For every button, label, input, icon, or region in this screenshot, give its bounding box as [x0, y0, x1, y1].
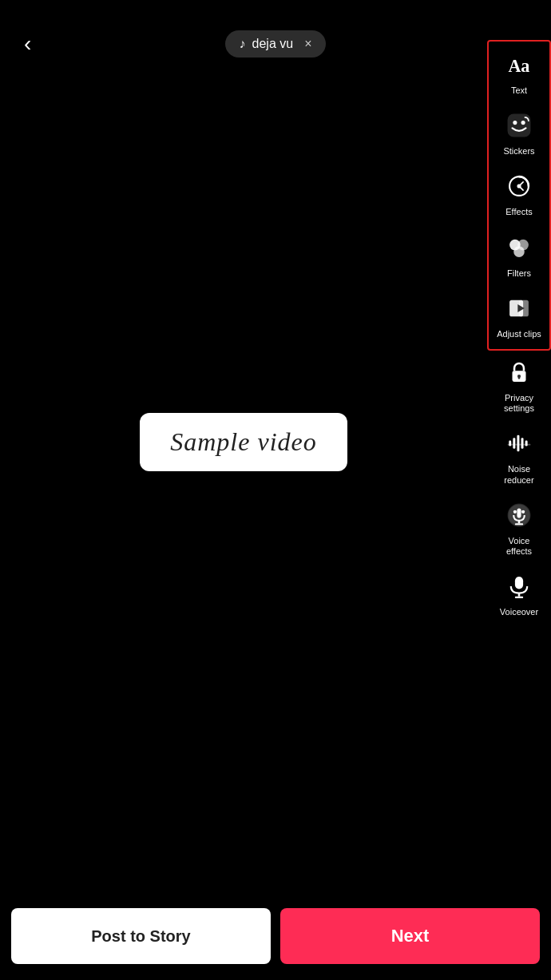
- music-pill[interactable]: ♪ deja vu ×: [225, 30, 327, 58]
- svg-rect-24: [518, 520, 521, 522]
- svg-rect-25: [515, 523, 523, 525]
- svg-rect-23: [517, 508, 521, 518]
- lock-icon: [505, 359, 533, 390]
- sidebar-item-effects-label: Effects: [505, 207, 532, 217]
- sidebar-item-privacy[interactable]: Privacy settings: [487, 351, 551, 422]
- sidebar-item-filters[interactable]: Filters: [487, 226, 551, 287]
- sidebar-item-adjust-clips-label: Adjust clips: [497, 329, 541, 339]
- music-close-icon[interactable]: ×: [304, 37, 311, 51]
- svg-point-27: [521, 510, 525, 513]
- sidebar-item-adjust-clips[interactable]: Adjust clips: [487, 287, 551, 347]
- sidebar-item-voice[interactable]: Voice effects: [487, 494, 551, 565]
- sidebar-item-stickers-label: Stickers: [503, 146, 534, 157]
- stickers-icon: [505, 112, 533, 143]
- sidebar-item-voiceover[interactable]: Voiceover: [487, 565, 551, 625]
- svg-point-8: [513, 246, 525, 257]
- svg-rect-28: [515, 577, 523, 589]
- svg-point-5: [517, 184, 521, 188]
- sidebar-item-noise[interactable]: Noise reducer: [487, 422, 551, 493]
- sidebar-item-voice-label: Voice effects: [506, 536, 532, 557]
- svg-point-2: [513, 121, 517, 125]
- svg-rect-14: [518, 376, 521, 379]
- svg-rect-16: [513, 438, 515, 450]
- post-to-story-button[interactable]: Post to Story: [11, 908, 271, 964]
- sidebar-item-stickers[interactable]: Stickers: [487, 104, 551, 165]
- svg-rect-18: [521, 438, 524, 450]
- next-button[interactable]: Next: [280, 908, 540, 964]
- back-button[interactable]: ‹: [16, 23, 39, 65]
- svg-point-3: [521, 121, 525, 125]
- voice-effects-icon: [505, 502, 533, 533]
- noise-reducer-icon: [505, 430, 533, 461]
- header: ‹ ♪ deja vu ×: [0, 0, 551, 88]
- music-name: deja vu: [252, 37, 294, 51]
- bottom-bar: Post to Story Next: [0, 892, 551, 980]
- sample-video-label: Sample video: [140, 413, 347, 471]
- music-icon: ♪: [240, 37, 246, 51]
- svg-rect-17: [517, 435, 519, 451]
- sidebar-item-noise-label: Noise reducer: [504, 464, 533, 485]
- svg-rect-20: [508, 444, 531, 446]
- sidebar-item-voiceover-label: Voiceover: [500, 607, 538, 617]
- right-sidebar: Aa Text Stickers: [487, 40, 551, 884]
- svg-point-26: [513, 510, 517, 513]
- video-area: Sample video: [0, 0, 487, 884]
- sidebar-item-effects[interactable]: Effects: [487, 165, 551, 225]
- sidebar-item-filters-label: Filters: [507, 268, 531, 279]
- sidebar-item-privacy-label: Privacy settings: [504, 393, 534, 414]
- svg-rect-29: [518, 593, 521, 597]
- mic-icon: [505, 573, 533, 604]
- svg-rect-30: [515, 597, 523, 598]
- effects-icon: [505, 173, 533, 204]
- filters-icon: [505, 234, 533, 265]
- adjust-clips-icon: [505, 295, 533, 326]
